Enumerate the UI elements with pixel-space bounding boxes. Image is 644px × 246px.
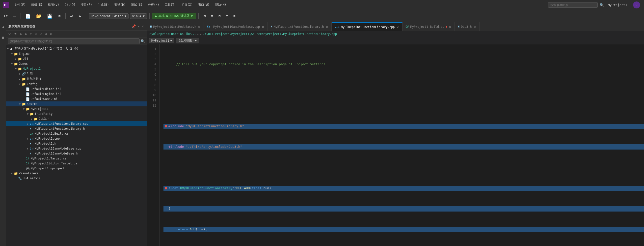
code-line-2 bbox=[164, 83, 644, 88]
sidebar-icon-1[interactable]: ⊞ bbox=[0, 24, 6, 29]
tab-close-5[interactable]: ✕ bbox=[473, 25, 476, 29]
sidebar-icon-2[interactable]: 解决方案资源管理器 bbox=[0, 32, 6, 37]
gamemode-cpp-label: MyProject1GameModeBase.cpp bbox=[34, 147, 81, 150]
tree-build-cs[interactable]: ▶ C# MyProject1.Build.cs bbox=[6, 131, 147, 136]
user-avatar[interactable]: U bbox=[633, 2, 640, 9]
scope-left-dropdown[interactable]: MyProject1 ▼ bbox=[149, 38, 174, 43]
new-btn[interactable]: 📄 bbox=[23, 13, 33, 20]
tab-mybfl-cpp[interactable]: C++ MyBlueprintFunctionLibrary.cpp ✕ bbox=[332, 22, 402, 31]
tree-mybfl-cpp[interactable]: ▶ C++ MyBlueprintFunctionLibrary.cpp bbox=[6, 121, 147, 126]
tree-defaultgame[interactable]: ▶ 📄 DefaultGame.ini bbox=[6, 96, 147, 101]
tree-config[interactable]: ▼ 📁 Config bbox=[6, 82, 147, 87]
tab-gamemode-h[interactable]: H MyProject1GameModeBase.h ✕ bbox=[147, 22, 204, 31]
menu-view[interactable]: 视图(V) bbox=[45, 2, 62, 8]
tab-close-4[interactable]: ✕ bbox=[448, 25, 452, 29]
collapse-all-btn[interactable]: ⊟ bbox=[19, 32, 23, 36]
tree-editor-target-cs[interactable]: ▶ C# MyProject1Editor.Target.cs bbox=[6, 161, 147, 166]
menu-file[interactable]: 文件(F) bbox=[12, 2, 28, 8]
expander-extdeps: ▶ bbox=[18, 77, 22, 81]
code-content[interactable]: // Fill out your copyright notice in the… bbox=[160, 44, 644, 246]
tree-dll3-folder[interactable]: ▶ 📁 DLL3.h bbox=[6, 116, 147, 121]
properties-btn[interactable]: ⚙ bbox=[49, 32, 53, 36]
tree-ue4[interactable]: ▶ 📁 UE4 bbox=[6, 56, 147, 61]
tree-external-deps[interactable]: ▶ 📁 外部依赖项 bbox=[6, 76, 147, 82]
show-all-btn[interactable]: 👁 bbox=[13, 32, 18, 36]
tab-mybfl-h[interactable]: H MyBlueprintFunctionLibrary.h ✕ bbox=[268, 22, 332, 31]
menu-window[interactable]: 窗口(W) bbox=[196, 2, 212, 8]
tab-close-2[interactable]: ✕ bbox=[261, 25, 264, 29]
toolbar-btn-2[interactable]: ⊠ bbox=[208, 13, 216, 20]
undo-btn[interactable]: ↩ bbox=[68, 13, 75, 20]
tab-icon-cpp-active: C++ bbox=[335, 25, 340, 29]
prev-btn[interactable]: ◁ bbox=[39, 32, 43, 36]
code-editor[interactable]: 1 2 3 4 5 6 7 8 9 10 11 12 // Fill out y… bbox=[147, 44, 644, 246]
tab-build-cs[interactable]: C# MyProject1.Build.cs ● ✕ bbox=[402, 22, 455, 31]
view-btn[interactable]: ◫ bbox=[29, 32, 33, 36]
config-folder-icon: 📁 bbox=[22, 82, 26, 86]
close-icon[interactable]: ✕ bbox=[142, 24, 144, 29]
menu-git[interactable]: Git(G) bbox=[62, 2, 78, 8]
forward-btn[interactable]: → bbox=[11, 13, 18, 20]
tree-gamemode-cpp[interactable]: ▶ C++ MyProject1GameModeBase.cpp bbox=[6, 146, 147, 151]
collapse-icon[interactable]: ▾ bbox=[137, 24, 140, 29]
menu-build[interactable]: 生成(B) bbox=[95, 2, 112, 8]
tree-visualizers[interactable]: ▼ 📁 Visualizers bbox=[6, 171, 147, 176]
tree-gamemode-h[interactable]: ▶ H MyProject1GameModeBase.h bbox=[6, 151, 147, 156]
tree-mybfl-h[interactable]: ▶ H MyBlueprintFunctionLibrary.h bbox=[6, 126, 147, 131]
redo-btn[interactable]: ↪ bbox=[76, 13, 84, 20]
global-search-input[interactable] bbox=[548, 2, 598, 8]
tree-source[interactable]: ▼ 📁 Source bbox=[6, 101, 147, 106]
project-title: MyProject1 bbox=[604, 3, 631, 7]
toolbar-btn-1[interactable]: ⊞ bbox=[201, 13, 208, 20]
tree-thirdparty[interactable]: ▼ 📁 ThirdParty bbox=[6, 111, 147, 116]
save-all-btn[interactable]: ⊞ bbox=[56, 13, 63, 20]
platform-dropdown[interactable]: Win64 ▼ bbox=[130, 14, 147, 19]
visualizers-folder-icon: 📁 bbox=[14, 171, 18, 175]
toolbar-btn-5[interactable]: ⊞ bbox=[231, 13, 238, 20]
tree-engine[interactable]: ▼ 📁 Engine bbox=[6, 51, 147, 56]
menu-extensions[interactable]: 扩展(X) bbox=[179, 2, 196, 8]
tree-target-cs[interactable]: ▶ C# MyProject1.Target.cs bbox=[6, 156, 147, 161]
tab-close-1[interactable]: ✕ bbox=[198, 25, 201, 29]
toolbar-sep-2 bbox=[66, 13, 66, 19]
tree-uproject[interactable]: ▶ 🎮 MyProject1.uproject bbox=[6, 166, 147, 171]
menu-edit[interactable]: 编辑(E) bbox=[29, 2, 45, 8]
menu-debug[interactable]: 调试(D) bbox=[112, 2, 128, 8]
breadcrumb-link-1[interactable]: MyBlueprintFunctionLibr... bbox=[150, 32, 196, 36]
tree-ue4natvis[interactable]: ▶ 🔧 UE4.natvis bbox=[6, 176, 147, 181]
menu-test[interactable]: 测试(S) bbox=[128, 2, 145, 8]
scope-right-dropdown[interactable]: (全局范围) ▼ bbox=[176, 38, 199, 43]
tab-close-3[interactable]: ✕ bbox=[326, 25, 328, 29]
tree-defaultengine[interactable]: ▶ 📄 DefaultEngine.ini bbox=[6, 92, 147, 96]
toolbar-btn-4[interactable]: ⊡ bbox=[224, 13, 230, 20]
save-btn[interactable]: 💾 bbox=[45, 13, 54, 20]
filter-btn[interactable]: ⊞ bbox=[24, 32, 28, 36]
run-button[interactable]: ▶ 本地 Windows 调试器 ▼ bbox=[152, 13, 196, 19]
toolbar-btn-3[interactable]: ⊟ bbox=[216, 13, 223, 20]
tree-games[interactable]: ▼ 📁 Games bbox=[6, 61, 147, 66]
tab-gamemode-cpp[interactable]: C++ MyProject1GameModeBase.cpp ✕ bbox=[204, 22, 268, 31]
tree-myproject-h[interactable]: ▶ H MyProject1.h bbox=[6, 141, 147, 146]
tab-close-active[interactable]: ✕ bbox=[396, 25, 399, 29]
tree-myproject-cpp[interactable]: ▶ C++ MyProject1.cpp bbox=[6, 136, 147, 141]
back-btn[interactable]: ⟳ bbox=[2, 13, 10, 20]
breadcrumb-path[interactable]: C:\UE4 Projects\MyProject1\Source\MyProj… bbox=[202, 32, 337, 36]
tree-myproject1[interactable]: ▼ 📁 MyProject1 bbox=[6, 66, 147, 71]
tree-source-myproject[interactable]: ▼ 📁 MyProject1 bbox=[6, 106, 147, 111]
explorer-search-input[interactable] bbox=[8, 39, 140, 44]
menu-tools[interactable]: 工具(T) bbox=[162, 2, 178, 8]
tree-refs[interactable]: ▶ 🔗 引用 bbox=[6, 71, 147, 76]
code-line-3 bbox=[164, 103, 644, 108]
pin-icon[interactable]: 📌 bbox=[131, 24, 136, 29]
config-dropdown[interactable]: Development Editor ▼ bbox=[89, 14, 128, 19]
menu-project[interactable]: 项目(P) bbox=[78, 2, 94, 8]
switch-views-btn[interactable]: ⊞ bbox=[44, 32, 48, 36]
menu-analyze[interactable]: 分析(N) bbox=[146, 2, 162, 8]
tree-solution[interactable]: ▼ ⊞ 解决方案"MyProject1"(2 个项目，共 2 个) bbox=[6, 46, 147, 51]
sync-btn[interactable]: ⟳ bbox=[8, 32, 12, 36]
tree-defaulteditor[interactable]: ▶ 📄 DefaultEditor.ini bbox=[6, 87, 147, 92]
menu-help[interactable]: 帮助(H) bbox=[212, 2, 229, 8]
open-btn[interactable]: 📂 bbox=[34, 13, 44, 20]
tab-dll3-h[interactable]: H DLL3.h ✕ bbox=[455, 22, 479, 31]
home-btn[interactable]: ⌂ bbox=[34, 32, 38, 36]
